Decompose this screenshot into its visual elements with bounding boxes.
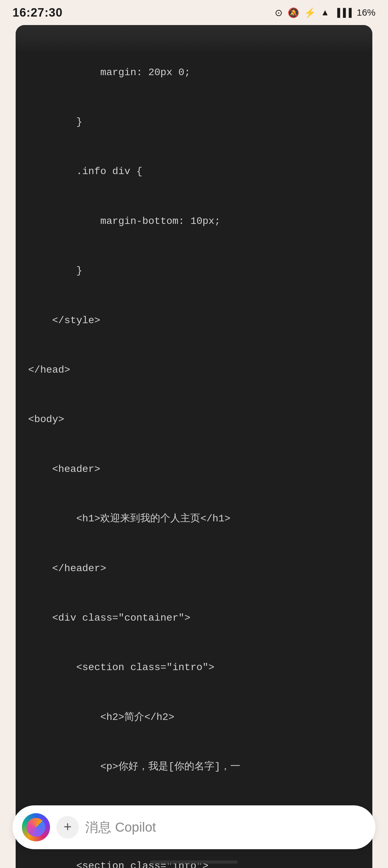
status-bar: 16:27:30 ⊙ 🔕 ⚡ ▲ ▐▐▐ 16%: [0, 0, 388, 25]
code-line: }: [28, 263, 360, 279]
home-indicator: [150, 861, 238, 864]
code-line: </head>: [28, 362, 360, 379]
xiaomi-icon: ⊙: [275, 7, 283, 18]
code-line: <div class="container">: [28, 610, 360, 627]
message-input[interactable]: 消息 Copilot: [85, 818, 366, 836]
code-block: margin: 20px 0; } .info div { margin-bot…: [15, 25, 373, 868]
add-icon: +: [64, 820, 72, 834]
code-line: </header>: [28, 560, 360, 577]
code-line: <body>: [28, 411, 360, 428]
code-line: </style>: [28, 312, 360, 329]
status-icons: ⊙ 🔕 ⚡ ▲ ▐▐▐ 16%: [275, 7, 376, 18]
code-line: margin: 20px 0;: [28, 64, 360, 81]
notification-icon: 🔕: [288, 7, 299, 18]
code-line: .info div {: [28, 163, 360, 180]
status-time: 16:27:30: [12, 6, 63, 20]
code-line: <p>你好，我是[你的名字]，一: [28, 759, 360, 775]
bluetooth-icon: ⚡: [304, 7, 316, 18]
copilot-logo-inner: [27, 818, 45, 837]
code-fade-overlay: [15, 25, 373, 53]
wifi-icon: ▲: [321, 7, 329, 18]
code-content: margin: 20px 0; } .info div { margin-bot…: [15, 25, 373, 868]
code-line: <header>: [28, 461, 360, 478]
code-line: <h1>欢迎来到我的个人主页</h1>: [28, 511, 360, 527]
battery-indicator: 16%: [357, 7, 376, 18]
code-line: margin-bottom: 10px;: [28, 213, 360, 230]
bottom-input-bar[interactable]: + 消息 Copilot: [12, 805, 376, 849]
code-line: <h2>简介</h2>: [28, 709, 360, 726]
code-line: <section class="intro">: [28, 659, 360, 676]
add-button[interactable]: +: [56, 816, 79, 839]
code-line: }: [28, 114, 360, 131]
signal-icon: ▐▐▐: [334, 8, 352, 18]
copilot-logo: [22, 813, 50, 841]
